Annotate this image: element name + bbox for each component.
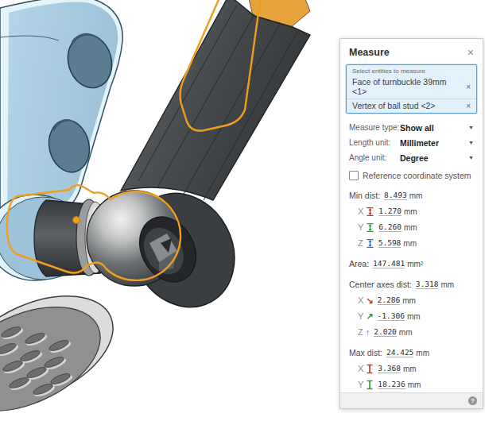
part-turnbuckle-rod[interactable]: [121, 0, 310, 200]
min-distance-icon: [366, 207, 374, 217]
angle-unit-label: Angle unit:: [349, 153, 400, 162]
selection-vertex-marker[interactable]: [73, 217, 80, 224]
axis-letter: Y: [358, 222, 363, 232]
panel-title: Measure: [349, 47, 390, 58]
min-dist-section: Min dist: 8.493 mm X 1.270 mm Y: [349, 187, 474, 251]
close-icon[interactable]: ×: [468, 48, 474, 56]
unit: mm: [408, 380, 421, 389]
max-dist-row: Max dist: 24.425 mm: [349, 345, 474, 361]
measure-results: Min dist: 8.493 mm X 1.270 mm Y: [340, 180, 483, 392]
max-dist-value[interactable]: 24.425: [386, 348, 413, 357]
center-axes-value[interactable]: 3.318: [416, 280, 439, 289]
axis-letter: Z: [358, 327, 363, 337]
remove-selection-icon[interactable]: ×: [461, 83, 471, 91]
panel-footer: ?: [340, 392, 483, 408]
selection-item[interactable]: Face of turnbuckle 39mm <1> ×: [347, 75, 476, 98]
min-distance-icon: [366, 238, 374, 249]
center-axes-label: Center axes dist:: [349, 280, 412, 289]
min-dist-y-row: Y 6.260 mm: [349, 219, 474, 235]
measure-panel: Measure × Select entities to measure Fac…: [340, 38, 483, 409]
max-dist-label: Max dist:: [349, 348, 382, 357]
value[interactable]: 1.270: [378, 207, 402, 216]
area-section: Area: 147.481 mm²: [349, 256, 474, 272]
length-unit-label: Length unit:: [349, 138, 400, 147]
direction-arrow-icon: ↗: [366, 312, 373, 320]
center-axes-unit: mm: [440, 280, 454, 289]
selection-list-label: Select entities to measure: [347, 65, 476, 75]
chevron-down-icon: ▼: [468, 140, 474, 145]
min-distance-icon: [366, 222, 374, 233]
length-unit-value: Millimeter: [400, 138, 468, 148]
selection-item[interactable]: Vertex of ball stud <2> ×: [347, 98, 476, 113]
area-value[interactable]: 147.481: [373, 259, 405, 268]
selection-list[interactable]: Select entities to measure Face of turnb…: [346, 64, 477, 114]
unit: mm: [403, 239, 417, 248]
min-dist-unit: mm: [409, 191, 423, 200]
checkbox[interactable]: [349, 171, 359, 180]
remove-selection-icon[interactable]: ×: [461, 102, 471, 110]
area-row: Area: 147.481 mm²: [349, 256, 474, 272]
angle-unit-dropdown[interactable]: Angle unit: Degree ▼: [349, 150, 474, 165]
unit: mm: [407, 312, 421, 321]
value[interactable]: 18.236: [378, 380, 405, 389]
min-dist-value[interactable]: 8.493: [384, 191, 407, 200]
checkbox-label: Reference coordinate system: [363, 171, 471, 180]
unit: mm: [402, 296, 416, 305]
max-dist-x-row: X 3.368 mm: [349, 361, 474, 377]
measure-type-value: Show all: [400, 123, 468, 133]
selection-item-label: Face of turnbuckle 39mm <1>: [352, 77, 461, 96]
value[interactable]: 3.368: [378, 364, 401, 373]
area-label: Area:: [349, 259, 369, 268]
axis-letter: X: [358, 295, 363, 305]
max-dist-unit: mm: [416, 349, 429, 357]
axis-letter: Y: [358, 311, 363, 321]
part-perforated-disc[interactable]: [0, 275, 130, 432]
help-icon[interactable]: ?: [468, 396, 477, 405]
direction-arrow-icon: ↘: [366, 296, 373, 304]
area-unit: mm²: [407, 260, 423, 268]
min-dist-x-row: X 1.270 mm: [349, 203, 474, 219]
span-distance-icon: [366, 364, 374, 374]
axis-letter: Z: [358, 238, 363, 248]
value[interactable]: 2.286: [378, 295, 401, 305]
center-axes-z-row: Z ↑ 2.020 mm: [349, 324, 474, 340]
span-distance-icon: [366, 380, 374, 390]
min-dist-z-row: Z 5.598 mm: [349, 235, 474, 251]
min-dist-row: Min dist: 8.493 mm: [349, 187, 474, 203]
unit: mm: [403, 365, 417, 373]
center-axes-section: Center axes dist: 3.318 mm X ↘ 2.286 mm …: [349, 276, 474, 340]
chevron-down-icon: ▼: [468, 125, 474, 130]
min-dist-label: Min dist:: [349, 191, 380, 200]
value[interactable]: 5.598: [378, 238, 402, 248]
direction-arrow-icon: ↑: [366, 328, 371, 336]
unit: mm: [399, 328, 413, 337]
center-axes-x-row: X ↘ 2.286 mm: [349, 292, 474, 308]
angle-unit-value: Degree: [400, 153, 468, 163]
max-dist-section: Max dist: 24.425 mm X 3.368 mm Y: [349, 345, 474, 392]
axis-letter: X: [358, 364, 363, 373]
chevron-down-icon: ▼: [468, 155, 474, 160]
app-window: Measure × Select entities to measure Fac…: [0, 0, 485, 448]
measure-type-dropdown[interactable]: Measure type: Show all ▼: [349, 120, 474, 135]
measure-type-label: Measure type:: [349, 123, 400, 132]
reference-coordinate-checkbox-row[interactable]: Reference coordinate system: [340, 165, 483, 180]
axis-letter: Y: [358, 380, 363, 389]
selection-item-label: Vertex of ball stud <2>: [352, 101, 436, 110]
center-axes-row: Center axes dist: 3.318 mm: [349, 276, 474, 292]
axis-letter: X: [358, 207, 363, 216]
max-dist-y-row: Y 18.236 mm: [349, 377, 474, 392]
measure-panel-header: Measure ×: [340, 39, 483, 64]
unit: mm: [404, 207, 417, 216]
length-unit-dropdown[interactable]: Length unit: Millimeter ▼: [349, 135, 474, 150]
measure-options: Measure type: Show all ▼ Length unit: Mi…: [340, 114, 483, 165]
value[interactable]: 6.260: [378, 222, 402, 232]
value[interactable]: 2.020: [374, 327, 397, 337]
center-axes-y-row: Y ↗ -1.306 mm: [349, 308, 474, 324]
unit: mm: [404, 223, 417, 232]
value[interactable]: -1.306: [378, 311, 405, 321]
